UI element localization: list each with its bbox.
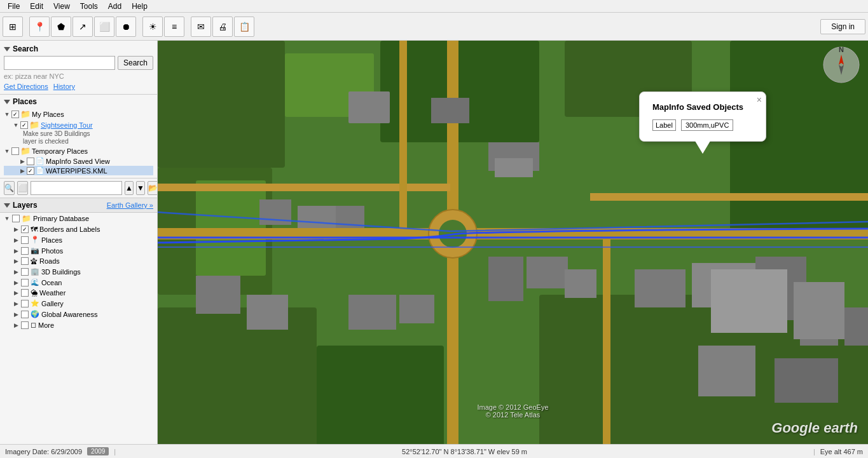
get-directions-link[interactable]: Get Directions <box>4 83 48 90</box>
earth-gallery-link[interactable]: Earth Gallery » <box>107 201 153 209</box>
primary-db-item[interactable]: ▼ 📁 Primary Database <box>0 213 157 224</box>
borders-labels-arrow[interactable]: ▶ <box>13 226 19 232</box>
places-layer-arrow[interactable]: ▶ <box>13 237 19 243</box>
photos-layer-arrow[interactable]: ▶ <box>13 248 19 254</box>
mapinfo-view-label[interactable]: MapInfo Saved View <box>46 158 110 165</box>
places-layer-label[interactable]: Places <box>41 236 62 244</box>
3d-buildings-arrow[interactable]: ▶ <box>13 269 19 275</box>
sightseeing-tour-item[interactable]: ▼ 📁 Sightseeing Tour <box>4 119 153 130</box>
menu-edit[interactable]: Edit <box>25 1 48 12</box>
primary-db-checkbox[interactable] <box>12 215 20 222</box>
ocean-layer-label[interactable]: Ocean <box>41 279 62 286</box>
global-awareness-label[interactable]: Global Awareness <box>41 311 97 318</box>
navigate-btn[interactable]: ⊞ <box>3 17 23 37</box>
move-down-btn[interactable]: ▼ <box>136 181 145 195</box>
my-places-checkbox[interactable] <box>11 111 19 118</box>
weather-layer-label[interactable]: Weather <box>39 289 65 297</box>
waterpipes-checkbox[interactable] <box>27 167 34 175</box>
layers-collapse-arrow[interactable] <box>4 203 10 208</box>
places-layer-checkbox[interactable] <box>21 236 29 244</box>
mapinfo-view-arrow[interactable]: ▶ <box>19 158 25 165</box>
places-search-input[interactable] <box>31 181 122 195</box>
temp-places-checkbox[interactable] <box>11 147 19 155</box>
more-layer-label[interactable]: More <box>38 321 54 329</box>
waterpipes-arrow[interactable]: ▶ <box>19 168 25 174</box>
sightseeing-arrow[interactable]: ▼ <box>13 122 19 128</box>
waterpipes-label[interactable]: WATERPIPES.KML <box>46 167 107 175</box>
popup-close-btn[interactable]: × <box>757 95 762 105</box>
sightseeing-checkbox[interactable] <box>20 121 28 129</box>
polygon-btn[interactable]: ⬟ <box>51 17 71 37</box>
path-btn[interactable]: ↗ <box>72 17 93 37</box>
photos-layer-label[interactable]: Photos <box>41 247 63 255</box>
weather-layer-item[interactable]: ▶ 🌦 Weather <box>0 288 157 298</box>
email-btn[interactable]: ✉ <box>191 17 211 37</box>
roads-layer-arrow[interactable]: ▶ <box>13 258 19 264</box>
folder-new-btn[interactable]: 📂 <box>148 181 158 195</box>
search-section-label: Search <box>13 44 38 53</box>
more-layer-item[interactable]: ▶ ◻ More <box>0 320 157 330</box>
gallery-layer-item[interactable]: ▶ ⭐ Gallery <box>0 298 157 309</box>
temp-places-label[interactable]: Temporary Places <box>32 147 88 155</box>
more-layer-arrow[interactable]: ▶ <box>13 322 19 328</box>
roads-layer-item[interactable]: ▶ 🛣 Roads <box>0 256 157 266</box>
mapinfo-view-item[interactable]: ▶ 📄 MapInfo Saved View <box>4 156 153 166</box>
photos-layer-item[interactable]: ▶ 📷 Photos <box>0 245 157 256</box>
search-places-btn[interactable]: 🔍 <box>4 181 15 195</box>
mapinfo-view-checkbox[interactable] <box>27 158 34 165</box>
borders-labels-checkbox[interactable] <box>21 226 29 233</box>
menu-add[interactable]: Add <box>103 1 127 12</box>
sign-in-button[interactable]: Sign in <box>820 19 865 34</box>
waterpipes-item[interactable]: ▶ 📄 WATERPIPES.KML <box>4 166 153 175</box>
global-awareness-item[interactable]: ▶ 🌍 Global Awareness <box>0 309 157 320</box>
print-btn[interactable]: 🖨 <box>212 17 233 37</box>
borders-labels-item[interactable]: ▶ 🗺 Borders and Labels <box>0 224 157 234</box>
more-layer-checkbox[interactable] <box>21 321 29 329</box>
temp-places-arrow[interactable]: ▼ <box>4 148 10 154</box>
my-places-item[interactable]: ▼ 📁 My Places <box>4 109 153 119</box>
menu-view[interactable]: View <box>48 1 75 12</box>
my-places-label[interactable]: My Places <box>32 111 64 118</box>
3d-buildings-item[interactable]: ▶ 🏢 3D Buildings <box>0 266 157 277</box>
gallery-layer-label[interactable]: Gallery <box>41 300 64 307</box>
primary-db-arrow[interactable]: ▼ <box>4 215 10 222</box>
gallery-layer-checkbox[interactable] <box>21 300 29 307</box>
global-awareness-checkbox[interactable] <box>21 311 29 318</box>
my-places-arrow[interactable]: ▼ <box>4 111 10 118</box>
layers-btn[interactable]: ≡ <box>164 17 184 37</box>
move-up-btn[interactable]: ▲ <box>125 181 134 195</box>
history-link[interactable]: History <box>53 83 75 90</box>
svg-text:N: N <box>839 46 844 53</box>
gallery-layer-arrow[interactable]: ▶ <box>13 300 19 307</box>
toggle-view-btn[interactable]: ⬜ <box>17 181 28 195</box>
ocean-layer-item[interactable]: ▶ 🌊 Ocean <box>0 277 157 288</box>
ocean-layer-checkbox[interactable] <box>21 279 29 286</box>
roads-layer-checkbox[interactable] <box>21 257 29 265</box>
weather-layer-checkbox[interactable] <box>21 289 29 297</box>
sun-btn[interactable]: ☀ <box>142 17 163 37</box>
menu-tools[interactable]: Tools <box>75 1 103 12</box>
map-area[interactable]: N × MapInfo Saved Objects Label 300mm,uP… <box>158 41 868 444</box>
primary-db-label[interactable]: Primary Database <box>33 215 89 222</box>
save-image-btn[interactable]: 📋 <box>234 17 254 37</box>
borders-labels-label[interactable]: Borders and Labels <box>39 226 100 233</box>
places-section-header[interactable]: Places <box>4 97 153 106</box>
search-input[interactable] <box>4 56 115 70</box>
menu-file[interactable]: File <box>3 1 25 12</box>
places-layer-item[interactable]: ▶ 📍 Places <box>0 234 157 245</box>
ocean-layer-arrow[interactable]: ▶ <box>13 280 19 286</box>
temp-places-item[interactable]: ▼ 📁 Temporary Places <box>4 145 153 156</box>
3d-buildings-label[interactable]: 3D Buildings <box>41 268 81 276</box>
placemark-btn[interactable]: 📍 <box>29 17 50 37</box>
weather-layer-arrow[interactable]: ▶ <box>13 290 19 296</box>
sightseeing-label[interactable]: Sightseeing Tour <box>41 121 93 129</box>
roads-layer-label[interactable]: Roads <box>39 257 60 265</box>
overlay-btn[interactable]: ⬜ <box>94 17 114 37</box>
3d-buildings-checkbox[interactable] <box>21 268 29 276</box>
menu-help[interactable]: Help <box>127 1 153 12</box>
search-button[interactable]: Search <box>118 56 153 70</box>
search-section-header[interactable]: Search <box>4 44 153 53</box>
photos-layer-checkbox[interactable] <box>21 247 29 255</box>
record-btn[interactable]: ⏺ <box>116 17 136 37</box>
global-awareness-arrow[interactable]: ▶ <box>13 311 19 318</box>
